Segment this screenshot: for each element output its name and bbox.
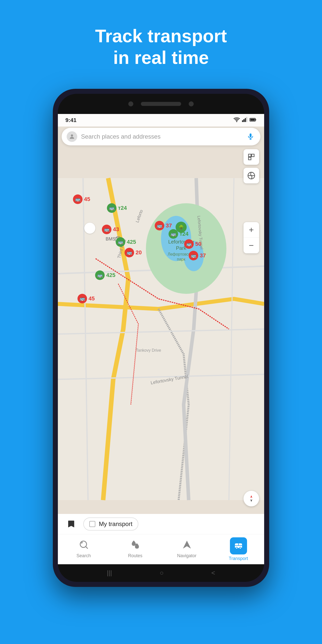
zoom-controls: + − [244,222,259,253]
bus-icon-red-5: 🚌 [77,294,87,303]
svg-rect-32 [242,120,243,122]
svg-rect-37 [255,119,256,120]
routes-nav-icon [131,540,140,552]
transport-marker-50[interactable]: 🚌 50 [184,239,201,249]
nav-item-navigator[interactable]: Navigator [161,540,213,558]
layers-button[interactable] [244,149,259,165]
svg-rect-40 [250,133,252,137]
phone-notch [58,94,264,114]
bus-icon-red: 🚌 [155,221,164,230]
signal-icon [242,117,248,124]
transport-nav-icon-active [230,537,247,554]
compass-button[interactable] [244,491,259,506]
svg-rect-24 [249,154,251,157]
svg-marker-48 [183,541,191,549]
map-style-button[interactable] [244,168,259,183]
svg-rect-38 [250,119,255,121]
nav-label-search: Search [76,553,91,558]
svg-rect-25 [252,154,254,157]
svg-point-31 [236,121,237,122]
wifi-icon [233,117,240,124]
my-transport-checkbox[interactable] [89,521,95,527]
mic-button[interactable] [246,132,255,141]
transport-marker-t24-2[interactable]: 🚌 т24 [169,229,188,239]
transport-marker-45-2[interactable]: 🚌 45 [77,294,95,303]
bus-icon-green-2: 🚌 [169,229,178,239]
recents-gesture[interactable]: < [211,569,215,577]
transport-marker-425-1[interactable]: 🚌 425 [116,237,136,247]
svg-point-39 [71,134,73,137]
camera-dot [128,101,133,106]
status-icons [233,117,257,124]
transport-marker-20[interactable]: 🚌 20 [125,248,142,257]
phone-screen: Lefortovsky Park Лефортовский парк 🌳 BMS… [58,114,264,564]
navigator-nav-icon [182,540,192,552]
svg-text:Tankovy Drive: Tankovy Drive [136,348,161,352]
map-area[interactable]: Lefortovsky Park Лефортовский парк 🌳 BMS… [58,114,264,564]
svg-point-50 [236,547,237,549]
bus-icon-red-2: 🚌 [184,239,194,249]
bottom-bar: My transport [58,514,264,564]
bus-icon-red: 🚌 [102,225,111,234]
home-gesture[interactable]: ○ [160,569,164,577]
bookmark-button[interactable] [64,517,78,531]
reverse-direction-button[interactable] [84,223,95,234]
bus-icon-red-3: 🚌 [125,248,134,257]
nav-label-routes: Routes [128,553,142,558]
back-gesture[interactable]: ||| [107,569,112,577]
bus-icon-green: 🚌 [107,203,116,213]
zoom-out-button[interactable]: − [244,238,259,253]
svg-point-51 [239,547,241,549]
my-transport-label: My transport [99,520,132,528]
svg-marker-29 [250,495,252,498]
search-bar[interactable]: Search places and addresses [62,128,260,145]
my-transport-button[interactable]: My transport [83,517,138,531]
svg-text:парк: парк [177,257,185,261]
home-bar: ||| ○ < [58,564,264,582]
phone-mockup: Lefortovsky Park Лефортовский парк 🌳 BMS… [53,89,269,587]
speaker-bar [141,102,181,106]
transport-marker-425-2[interactable]: 🚌 425 [95,270,115,280]
svg-rect-33 [244,119,245,122]
bus-icon-green-3: 🚌 [116,237,125,247]
battery-icon [250,117,257,124]
svg-rect-34 [245,118,246,122]
svg-line-44 [86,546,88,549]
status-bar: 9:41 [58,114,264,127]
page-title: Track transport in real time [95,25,227,69]
transport-marker-43[interactable]: 🚌 43 [102,225,119,234]
status-time: 9:41 [65,117,76,124]
bus-icon-green-4: 🚌 [95,270,105,280]
nav-item-transport[interactable]: Transport [213,537,264,561]
my-transport-bar: My transport [58,514,264,534]
svg-rect-35 [246,117,247,122]
svg-rect-26 [249,157,251,160]
nav-item-routes[interactable]: Routes [109,540,161,558]
transport-marker-t24-1[interactable]: 🚌 т24 [107,203,127,213]
search-placeholder: Search places and addresses [81,133,246,140]
svg-marker-30 [250,499,252,502]
nav-label-transport: Transport [229,556,248,561]
transport-marker-37-2[interactable]: 🚌 37 [189,251,206,260]
zoom-in-button[interactable]: + [244,222,259,238]
search-nav-icon [79,540,89,552]
camera-dot-2 [189,101,194,106]
map-controls [244,149,259,183]
nav-label-navigator: Navigator [177,553,196,558]
transport-marker-45-1[interactable]: 🚌 45 [73,194,90,204]
nav-bar: Search Routes [58,534,264,564]
bus-icon-red-4: 🚌 [189,251,198,260]
user-avatar[interactable] [67,131,77,142]
bus-icon: 🚌 [73,194,83,204]
nav-item-search[interactable]: Search [58,540,109,558]
